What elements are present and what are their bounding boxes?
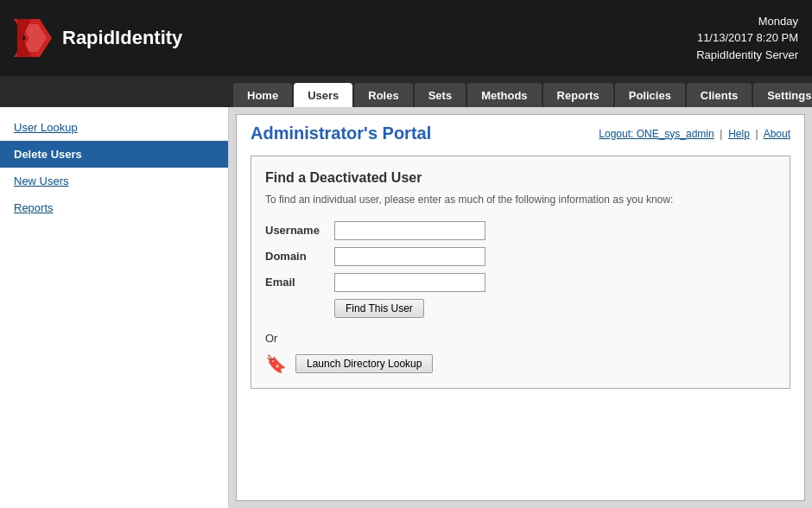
sidebar-item-delete-users[interactable]: Delete Users	[0, 141, 228, 168]
nav-tab-home[interactable]: Home	[233, 83, 292, 107]
find-this-user-button[interactable]: Find This User	[334, 299, 424, 318]
main-layout: User LookupDelete UsersNew UsersReports …	[0, 107, 812, 508]
brand-name: RapidIdentity	[62, 27, 182, 49]
portal-header: Administrator's Portal Logout: ONE_sys_a…	[237, 115, 804, 149]
nav-tab-settings[interactable]: Settings	[753, 83, 812, 107]
nav-tab-clients[interactable]: Clients	[687, 83, 752, 107]
launch-directory-lookup-button[interactable]: Launch Directory Lookup	[295, 354, 433, 373]
find-user-description: To find an individual user, please enter…	[265, 193, 776, 207]
email-input[interactable]	[334, 273, 485, 292]
sidebar: User LookupDelete UsersNew UsersReports	[0, 107, 229, 508]
sidebar-item-user-lookup[interactable]: User Lookup	[0, 114, 228, 141]
sidebar-item-new-users[interactable]: New Users	[0, 168, 228, 194]
nav-tab-reports[interactable]: Reports	[543, 83, 613, 107]
nav-tab-policies[interactable]: Policies	[615, 83, 685, 107]
content-inner: Administrator's Portal Logout: ONE_sys_a…	[236, 114, 805, 501]
app-header: RapidIdentity Monday 11/13/2017 8:20 PM …	[0, 0, 812, 76]
datetime-date: 11/13/2017 8:20 PM	[696, 29, 798, 47]
username-label: Username	[265, 224, 334, 237]
sidebar-item-reports[interactable]: Reports	[0, 194, 228, 221]
nav-tab-methods[interactable]: Methods	[467, 83, 541, 107]
logo-icon	[14, 19, 52, 57]
nav-tab-roles[interactable]: Roles	[354, 83, 412, 107]
domain-input[interactable]	[334, 247, 485, 266]
nav-tab-users[interactable]: Users	[294, 83, 352, 107]
find-button-row: Find This User	[334, 299, 776, 318]
username-input[interactable]	[334, 221, 485, 240]
datetime-display: Monday 11/13/2017 8:20 PM RapidIdentity …	[696, 13, 798, 64]
directory-lookup-icon: 🔖	[265, 353, 287, 374]
nav-bar: HomeUsersRolesSetsMethodsReportsPolicies…	[0, 76, 812, 107]
domain-row: Domain	[265, 247, 776, 266]
nav-tab-sets[interactable]: Sets	[415, 83, 466, 107]
datetime-day: Monday	[696, 13, 798, 30]
find-user-box: Find a Deactivated User To find an indiv…	[251, 156, 790, 389]
username-row: Username	[265, 221, 776, 240]
email-label: Email	[265, 276, 334, 289]
about-link[interactable]: About	[764, 128, 790, 140]
email-row: Email	[265, 273, 776, 292]
portal-links: Logout: ONE_sys_admin | Help | About	[599, 128, 790, 140]
logo-area: RapidIdentity	[14, 19, 182, 57]
content-area: Administrator's Portal Logout: ONE_sys_a…	[229, 107, 812, 508]
domain-label: Domain	[265, 250, 334, 263]
help-link[interactable]: Help	[728, 128, 750, 140]
logout-link[interactable]: Logout: ONE_sys_admin	[599, 128, 714, 140]
lookup-row: 🔖 Launch Directory Lookup	[265, 353, 776, 374]
datetime-server: RapidIdentity Server	[696, 47, 798, 64]
find-user-title: Find a Deactivated User	[265, 170, 776, 186]
portal-title: Administrator's Portal	[251, 124, 431, 143]
or-divider: Or	[265, 332, 776, 345]
